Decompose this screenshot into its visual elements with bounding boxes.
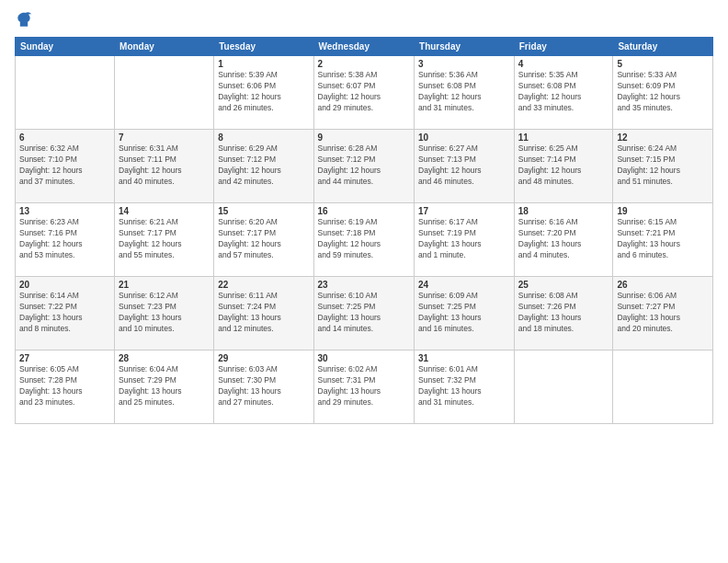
day-detail: Sunrise: 6:12 AM Sunset: 7:23 PM Dayligh… [119,291,210,335]
day-detail: Sunrise: 6:01 AM Sunset: 7:32 PM Dayligh… [418,364,510,408]
day-number: 25 [518,280,609,290]
calendar-cell: 9Sunrise: 6:28 AM Sunset: 7:12 PM Daylig… [313,130,414,203]
day-detail: Sunrise: 5:35 AM Sunset: 6:08 PM Dayligh… [518,70,609,114]
calendar-table: SundayMondayTuesdayWednesdayThursdayFrid… [15,37,713,424]
day-detail: Sunrise: 6:09 AM Sunset: 7:25 PM Dayligh… [418,291,510,335]
calendar-cell [115,56,214,130]
day-detail: Sunrise: 6:24 AM Sunset: 7:15 PM Dayligh… [617,144,709,188]
calendar-cell: 16Sunrise: 6:19 AM Sunset: 7:18 PM Dayli… [313,203,414,277]
day-detail: Sunrise: 6:29 AM Sunset: 7:12 PM Dayligh… [218,144,309,188]
calendar-cell: 31Sunrise: 6:01 AM Sunset: 7:32 PM Dayli… [415,350,515,424]
day-number: 22 [218,280,309,290]
day-number: 24 [418,280,510,290]
day-detail: Sunrise: 6:03 AM Sunset: 7:30 PM Dayligh… [218,364,309,408]
day-detail: Sunrise: 6:19 AM Sunset: 7:18 PM Dayligh… [318,217,410,261]
day-number: 12 [617,132,709,143]
weekday-header-monday: Monday [115,38,214,56]
day-number: 26 [617,280,709,290]
day-detail: Sunrise: 6:28 AM Sunset: 7:12 PM Dayligh… [318,144,410,188]
calendar-cell: 30Sunrise: 6:02 AM Sunset: 7:31 PM Dayli… [313,350,414,424]
day-number: 31 [418,353,510,363]
calendar-cell: 28Sunrise: 6:04 AM Sunset: 7:29 PM Dayli… [115,350,214,424]
day-number: 10 [418,132,510,143]
calendar-cell [613,350,713,424]
day-number: 3 [418,59,510,69]
day-detail: Sunrise: 6:04 AM Sunset: 7:29 PM Dayligh… [119,364,210,408]
weekday-header-saturday: Saturday [613,38,713,56]
day-detail: Sunrise: 6:02 AM Sunset: 7:31 PM Dayligh… [318,364,410,408]
day-detail: Sunrise: 6:16 AM Sunset: 7:20 PM Dayligh… [518,217,609,261]
day-number: 11 [518,132,609,143]
weekday-header-thursday: Thursday [415,38,515,56]
day-detail: Sunrise: 6:11 AM Sunset: 7:24 PM Dayligh… [218,291,309,335]
day-number: 15 [218,206,309,216]
calendar-cell: 12Sunrise: 6:24 AM Sunset: 7:15 PM Dayli… [613,130,713,203]
day-number: 19 [617,206,709,216]
day-detail: Sunrise: 5:39 AM Sunset: 6:06 PM Dayligh… [218,70,309,114]
day-number: 29 [218,353,309,363]
day-detail: Sunrise: 6:32 AM Sunset: 7:10 PM Dayligh… [19,144,110,188]
calendar-cell: 18Sunrise: 6:16 AM Sunset: 7:20 PM Dayli… [514,203,613,277]
day-detail: Sunrise: 6:25 AM Sunset: 7:14 PM Dayligh… [518,144,609,188]
day-number: 18 [518,206,609,216]
day-number: 17 [418,206,510,216]
calendar-cell: 7Sunrise: 6:31 AM Sunset: 7:11 PM Daylig… [115,130,214,203]
page: SundayMondayTuesdayWednesdayThursdayFrid… [0,0,728,563]
calendar-cell: 17Sunrise: 6:17 AM Sunset: 7:19 PM Dayli… [415,203,515,277]
calendar-cell: 2Sunrise: 5:38 AM Sunset: 6:07 PM Daylig… [313,56,414,130]
calendar-cell: 29Sunrise: 6:03 AM Sunset: 7:30 PM Dayli… [214,350,313,424]
calendar-cell: 13Sunrise: 6:23 AM Sunset: 7:16 PM Dayli… [16,203,115,277]
day-detail: Sunrise: 6:31 AM Sunset: 7:11 PM Dayligh… [119,144,210,188]
day-number: 2 [318,59,410,69]
calendar-cell: 22Sunrise: 6:11 AM Sunset: 7:24 PM Dayli… [214,277,313,350]
calendar-cell: 10Sunrise: 6:27 AM Sunset: 7:13 PM Dayli… [415,130,515,203]
calendar-cell: 24Sunrise: 6:09 AM Sunset: 7:25 PM Dayli… [415,277,515,350]
calendar-cell: 6Sunrise: 6:32 AM Sunset: 7:10 PM Daylig… [16,130,115,203]
calendar-cell: 19Sunrise: 6:15 AM Sunset: 7:21 PM Dayli… [613,203,713,277]
calendar-cell: 21Sunrise: 6:12 AM Sunset: 7:23 PM Dayli… [115,277,214,350]
day-detail: Sunrise: 5:38 AM Sunset: 6:07 PM Dayligh… [318,70,410,114]
calendar-cell: 1Sunrise: 5:39 AM Sunset: 6:06 PM Daylig… [214,56,313,130]
calendar-week-row: 6Sunrise: 6:32 AM Sunset: 7:10 PM Daylig… [16,130,713,203]
calendar-cell: 14Sunrise: 6:21 AM Sunset: 7:17 PM Dayli… [115,203,214,277]
day-number: 20 [19,280,110,290]
day-number: 8 [218,132,309,143]
day-detail: Sunrise: 6:14 AM Sunset: 7:22 PM Dayligh… [19,291,110,335]
day-detail: Sunrise: 6:08 AM Sunset: 7:26 PM Dayligh… [518,291,609,335]
calendar-week-row: 27Sunrise: 6:05 AM Sunset: 7:28 PM Dayli… [16,350,713,424]
day-detail: Sunrise: 5:36 AM Sunset: 6:08 PM Dayligh… [418,70,510,114]
day-number: 21 [119,280,210,290]
day-detail: Sunrise: 6:21 AM Sunset: 7:17 PM Dayligh… [119,217,210,261]
day-number: 5 [617,59,709,69]
day-number: 28 [119,353,210,363]
calendar-week-row: 13Sunrise: 6:23 AM Sunset: 7:16 PM Dayli… [16,203,713,277]
calendar-cell: 11Sunrise: 6:25 AM Sunset: 7:14 PM Dayli… [514,130,613,203]
calendar-cell: 27Sunrise: 6:05 AM Sunset: 7:28 PM Dayli… [16,350,115,424]
day-number: 9 [318,132,410,143]
day-detail: Sunrise: 6:23 AM Sunset: 7:16 PM Dayligh… [19,217,110,261]
day-detail: Sunrise: 6:20 AM Sunset: 7:17 PM Dayligh… [218,217,309,261]
day-number: 16 [318,206,410,216]
calendar-cell [514,350,613,424]
day-number: 30 [318,353,410,363]
weekday-header-friday: Friday [514,38,613,56]
logo [15,11,37,29]
day-number: 14 [119,206,210,216]
day-detail: Sunrise: 5:33 AM Sunset: 6:09 PM Dayligh… [617,70,709,114]
calendar-cell: 25Sunrise: 6:08 AM Sunset: 7:26 PM Dayli… [514,277,613,350]
day-number: 23 [318,280,410,290]
day-number: 4 [518,59,609,69]
day-number: 1 [218,59,309,69]
calendar-week-row: 20Sunrise: 6:14 AM Sunset: 7:22 PM Dayli… [16,277,713,350]
weekday-header-sunday: Sunday [16,38,115,56]
day-number: 13 [19,206,110,216]
calendar-cell: 5Sunrise: 5:33 AM Sunset: 6:09 PM Daylig… [613,56,713,130]
day-detail: Sunrise: 6:05 AM Sunset: 7:28 PM Dayligh… [19,364,110,408]
calendar-cell: 4Sunrise: 5:35 AM Sunset: 6:08 PM Daylig… [514,56,613,130]
day-number: 27 [19,353,110,363]
day-number: 7 [119,132,210,143]
calendar-cell: 15Sunrise: 6:20 AM Sunset: 7:17 PM Dayli… [214,203,313,277]
day-detail: Sunrise: 6:27 AM Sunset: 7:13 PM Dayligh… [418,144,510,188]
day-detail: Sunrise: 6:17 AM Sunset: 7:19 PM Dayligh… [418,217,510,261]
calendar-week-row: 1Sunrise: 5:39 AM Sunset: 6:06 PM Daylig… [16,56,713,130]
